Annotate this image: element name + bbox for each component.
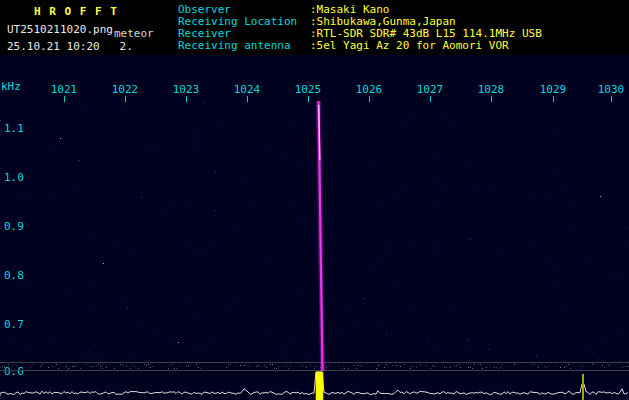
noise-speckle bbox=[469, 351, 470, 352]
noise-speckle bbox=[234, 225, 235, 226]
noise-speckle bbox=[394, 193, 395, 194]
noise-speckle bbox=[624, 247, 625, 248]
band-noise-dot bbox=[122, 365, 123, 366]
noise-speckle bbox=[534, 194, 535, 195]
info-value-antenna: :5el Yagi Az 20 for Aomori VOR bbox=[310, 40, 509, 52]
noise-speckle bbox=[472, 187, 473, 188]
band-noise-dot bbox=[198, 367, 199, 368]
band-noise-dot bbox=[248, 366, 249, 367]
band-noise-dot bbox=[114, 368, 115, 369]
band-noise-dot bbox=[456, 365, 457, 366]
noise-speckle bbox=[299, 223, 300, 224]
noise-speckle bbox=[82, 352, 83, 353]
noise-speckle bbox=[151, 144, 152, 145]
band-noise-dot bbox=[8, 364, 9, 365]
band-noise-dot bbox=[494, 367, 495, 368]
noise-speckle bbox=[215, 171, 216, 172]
band-noise-dot bbox=[392, 365, 393, 366]
band-noise-dot bbox=[470, 367, 471, 368]
noise-speckle bbox=[370, 166, 371, 167]
noise-speckle bbox=[17, 284, 18, 285]
station-info: Observer :Masaki Kano Receiving Location… bbox=[178, 4, 542, 52]
band-noise-dot bbox=[544, 366, 545, 367]
level-graph bbox=[0, 371, 629, 400]
band-noise-dot bbox=[6, 367, 7, 368]
noise-speckle bbox=[295, 342, 296, 343]
band-noise-dot bbox=[570, 368, 571, 369]
noise-speckle bbox=[265, 144, 266, 145]
noise-speckle bbox=[334, 243, 335, 244]
band-noise-dot bbox=[480, 364, 481, 365]
band-noise-dot bbox=[102, 368, 103, 369]
band-noise-dot bbox=[404, 364, 405, 365]
noise-speckle bbox=[327, 261, 328, 262]
noise-speckle bbox=[16, 195, 17, 196]
band-noise-dot bbox=[338, 365, 339, 366]
noise-speckle bbox=[609, 272, 610, 273]
noise-speckle bbox=[589, 258, 590, 259]
weak-level-marker bbox=[582, 374, 584, 400]
band-noise-dot bbox=[98, 364, 99, 365]
band-noise-dot bbox=[32, 364, 33, 365]
noise-speckle bbox=[324, 249, 325, 250]
noise-speckle bbox=[60, 138, 61, 139]
filename-text: UT2510211020.png bbox=[7, 23, 113, 36]
band-noise-dot bbox=[500, 367, 501, 368]
noise-speckle bbox=[452, 121, 453, 122]
band-noise-dot bbox=[430, 368, 431, 369]
noise-speckle bbox=[103, 263, 104, 264]
noise-speckle bbox=[244, 180, 245, 181]
noise-speckle bbox=[53, 145, 54, 146]
band-noise-dot bbox=[434, 366, 435, 367]
spectrogram-noise-field bbox=[0, 101, 629, 362]
band-noise-dot bbox=[386, 364, 387, 365]
band-noise-dot bbox=[146, 365, 147, 366]
band-noise-dot bbox=[288, 368, 289, 369]
band-noise-dot bbox=[496, 367, 497, 368]
noise-speckle bbox=[399, 285, 400, 286]
noise-speckle bbox=[254, 201, 255, 202]
band-noise-dot bbox=[176, 368, 177, 369]
noise-speckle bbox=[54, 340, 55, 341]
band-noise-dot bbox=[168, 368, 169, 369]
band-noise-dot bbox=[608, 365, 609, 366]
info-label-antenna: Receiving antenna bbox=[178, 40, 310, 52]
noise-speckle bbox=[467, 339, 468, 340]
noise-speckle bbox=[323, 103, 324, 104]
noise-speckle bbox=[97, 359, 98, 360]
band-noise-dot bbox=[100, 366, 101, 367]
band-noise-dot bbox=[86, 364, 87, 365]
band-noise-dot bbox=[514, 364, 515, 365]
band-noise-dot bbox=[568, 364, 569, 365]
band-noise-dot bbox=[286, 365, 287, 366]
noise-speckle bbox=[451, 307, 452, 308]
band-noise-dot bbox=[256, 366, 257, 367]
noise-speckle bbox=[441, 119, 442, 120]
noise-speckle bbox=[137, 321, 138, 322]
y-axis-unit-label: kHz bbox=[1, 80, 21, 93]
noise-speckle bbox=[553, 131, 554, 132]
band-noise-dot bbox=[150, 367, 151, 368]
band-noise-dot bbox=[416, 367, 417, 368]
band-noise-dot bbox=[126, 365, 127, 366]
band-noise-dot bbox=[20, 367, 21, 368]
band-noise-dot bbox=[316, 366, 317, 367]
band-noise-dot bbox=[144, 364, 145, 365]
noise-speckle bbox=[311, 358, 312, 359]
band-noise-dot bbox=[432, 365, 433, 366]
noise-speckle bbox=[91, 304, 92, 305]
noise-speckle bbox=[209, 240, 210, 241]
x-tick-label-1025: 1025 bbox=[294, 83, 322, 96]
noise-speckle bbox=[337, 329, 338, 330]
x-tick-label-1024: 1024 bbox=[233, 83, 261, 96]
noise-speckle bbox=[347, 307, 348, 308]
noise-speckle bbox=[617, 278, 618, 279]
band-noise-dot bbox=[48, 367, 49, 368]
x-tick-label-1021: 1021 bbox=[50, 83, 78, 96]
noise-speckle bbox=[439, 154, 440, 155]
x-tick-label-1030: 1030 bbox=[597, 83, 625, 96]
noise-speckle bbox=[625, 227, 626, 228]
noise-speckle bbox=[281, 352, 282, 353]
noise-speckle bbox=[129, 249, 130, 250]
band-noise-dot bbox=[482, 368, 483, 369]
